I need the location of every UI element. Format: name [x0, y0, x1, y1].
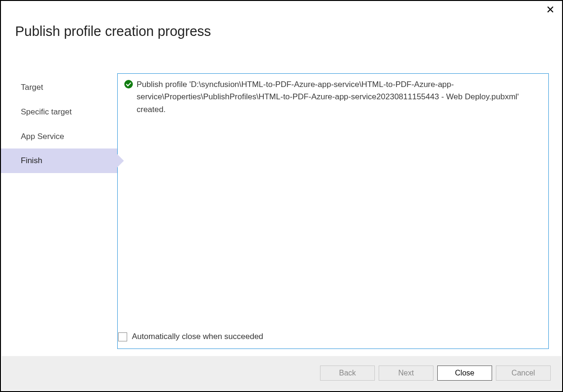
- next-button[interactable]: Next: [379, 366, 433, 381]
- step-label: Specific target: [21, 107, 72, 116]
- step-app-service[interactable]: App Service: [1, 124, 117, 149]
- step-label: App Service: [21, 132, 64, 141]
- page-title: Publish profile creation progress: [1, 1, 562, 39]
- auto-close-label: Automatically close when succeeded: [132, 332, 263, 341]
- auto-close-row: Automatically close when succeeded: [118, 332, 263, 341]
- progress-log: Publish profile 'D:\syncfusion\HTML-to-P…: [117, 73, 549, 349]
- log-text: Publish profile 'D:\syncfusion\HTML-to-P…: [137, 78, 542, 116]
- back-button[interactable]: Back: [320, 366, 375, 381]
- step-specific-target[interactable]: Specific target: [1, 100, 117, 124]
- close-icon[interactable]: ✕: [546, 5, 554, 15]
- step-label: Finish: [21, 156, 42, 165]
- close-button[interactable]: Close: [437, 366, 492, 381]
- steps-list: Target Specific target App Service Finis…: [1, 73, 117, 349]
- step-label: Target: [21, 83, 43, 92]
- auto-close-checkbox[interactable]: [118, 332, 127, 341]
- step-target[interactable]: Target: [1, 75, 117, 100]
- log-entry: Publish profile 'D:\syncfusion\HTML-to-P…: [124, 78, 542, 116]
- step-finish[interactable]: Finish: [1, 148, 117, 173]
- footer-bar: Back Next Close Cancel: [2, 356, 561, 390]
- main-area: Target Specific target App Service Finis…: [1, 39, 562, 349]
- success-icon: [124, 80, 133, 88]
- cancel-button[interactable]: Cancel: [496, 366, 551, 381]
